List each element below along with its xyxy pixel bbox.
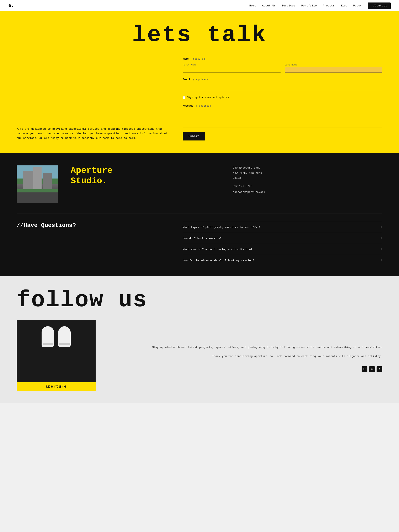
footer-address: 230 Exposure Lane New York, New York 081… [233, 165, 382, 195]
name-label: Name [183, 57, 189, 60]
email-required: (required) [193, 78, 208, 81]
message-required: (required) [196, 105, 211, 108]
faq-item-2[interactable]: How do I book a session? + [183, 233, 382, 244]
nav-item-services[interactable]: Services [282, 4, 295, 7]
name-label-row: Name (required) [183, 57, 382, 61]
nav-item-blog[interactable]: Blog [341, 4, 348, 7]
first-name-input[interactable] [183, 67, 280, 73]
contact-form: Name (required) First Name Last Name Ema… [183, 57, 382, 140]
faq-question-1: What types of photography services do yo… [183, 226, 260, 229]
faq-plus-icon-4: + [380, 258, 382, 262]
footer-brand-name: ApertureStudio. [71, 165, 220, 186]
faq-plus-icon-2: + [380, 236, 382, 241]
hero-description: //We are dedicated to providing exceptio… [17, 127, 170, 140]
first-name-group: First Name [183, 63, 280, 73]
facebook-icon[interactable]: f [377, 366, 382, 372]
faq-plus-icon-3: + [380, 247, 382, 252]
submit-button[interactable]: Submit [183, 132, 205, 140]
last-name-input[interactable] [285, 67, 382, 73]
nav-item-home[interactable]: Home [249, 4, 256, 7]
message-label-row: Message (required) [183, 104, 382, 108]
hero-content: //We are dedicated to providing exceptio… [17, 57, 382, 140]
newsletter-checkbox-row: Sign up for news and updates [183, 96, 382, 99]
follow-section: FOLLOW US aperture [0, 276, 399, 403]
phone: 212-123-9753 [233, 184, 382, 189]
name-required: (required) [192, 57, 207, 60]
faq-question-2: How do I book a session? [183, 237, 222, 240]
hero-title: lets talk [17, 24, 382, 47]
navbar: a. Home About Us Services Portfolio Proc… [0, 0, 399, 11]
follow-text2: Thank you for considering Aperture. We l… [108, 354, 382, 359]
newsletter-checkbox[interactable] [183, 96, 185, 99]
twitter-icon[interactable]: X [369, 366, 375, 372]
follow-title: FOLLOW US [17, 289, 382, 312]
last-name-group: Last Name [285, 63, 382, 73]
nav-logo[interactable]: a. [8, 3, 14, 8]
instagram-icon[interactable]: IG [361, 366, 367, 372]
address-line2: New York, New York [233, 171, 262, 175]
email-label-row: Email (required) [183, 77, 382, 81]
name-fields-row: First Name Last Name [183, 63, 382, 73]
email-input[interactable] [183, 85, 382, 91]
faq-item-3[interactable]: What should I expect during a consultati… [183, 244, 382, 255]
nav-item-portfolio[interactable]: Portfolio [301, 4, 317, 7]
footer-top: ApertureStudio. 230 Exposure Lane New Yo… [17, 165, 382, 203]
hero-section: lets talk //We are dedicated to providin… [0, 11, 399, 153]
email-address: contact@aperture.com [233, 190, 382, 195]
first-name-label: First Name [183, 63, 280, 66]
faq-item-4[interactable]: How far in advance should I book my sess… [183, 255, 382, 266]
follow-content: aperture Stay updated with our latest pr… [17, 320, 382, 391]
faq-item-1[interactable]: What types of photography services do yo… [183, 222, 382, 233]
newsletter-label: Sign up for news and updates [187, 96, 229, 99]
message-input[interactable] [183, 111, 382, 128]
nav-links: Home About Us Services Portfolio Process… [249, 4, 391, 7]
nav-item-contact[interactable]: //Contact [368, 4, 391, 7]
faq-section: //Have Questions? What types of photogra… [17, 222, 382, 266]
faq-question-3: What should I expect during a consultati… [183, 248, 252, 251]
message-label: Message [183, 105, 193, 108]
aperture-band: aperture [17, 382, 95, 391]
faq-items: What types of photography services do yo… [183, 222, 382, 266]
nav-item-about[interactable]: About Us [262, 4, 276, 7]
email-label: Email [183, 78, 190, 81]
faq-question-4: How far in advance should I book my sess… [183, 259, 254, 262]
faq-left: //Have Questions? [17, 222, 170, 266]
hero-left: //We are dedicated to providing exceptio… [17, 57, 170, 140]
faq-plus-icon-1: + [380, 225, 382, 229]
address-line3: 08123 [233, 177, 241, 180]
footer-brand: ApertureStudio. [71, 165, 220, 186]
follow-text1: Stay updated with our latest projects, s… [108, 345, 382, 350]
last-name-label: Last Name [285, 63, 382, 66]
footer-section: ApertureStudio. 230 Exposure Lane New Yo… [0, 153, 399, 276]
follow-right: Stay updated with our latest projects, s… [108, 320, 382, 372]
footer-image [17, 165, 58, 203]
follow-image: aperture [17, 320, 95, 391]
nav-item-process[interactable]: Process [323, 4, 335, 7]
address-line1: 230 Exposure Lane [233, 166, 260, 169]
faq-heading: //Have Questions? [17, 222, 170, 229]
sneaker-image-sim: aperture [17, 320, 95, 391]
nav-item-pages[interactable]: Pages [353, 4, 362, 7]
social-icons: IG X f [108, 366, 382, 372]
